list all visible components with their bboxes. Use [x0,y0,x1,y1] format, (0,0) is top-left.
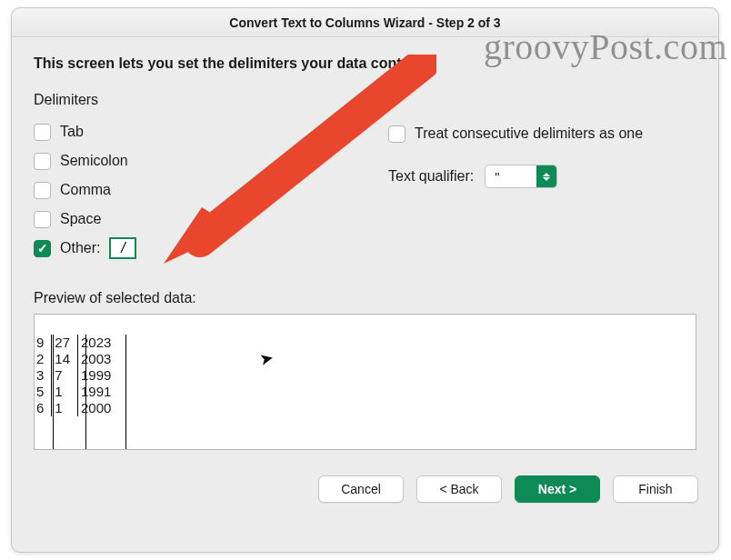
instruction-text: This screen lets you set the delimiters … [34,55,696,72]
table-cell: 5 [35,384,52,400]
label-comma: Comma [60,182,111,198]
next-button[interactable]: Next > [515,475,600,503]
checkbox-semicolon[interactable] [34,153,51,170]
table-cell: 2003 [78,351,119,367]
table-cell: 3 [35,367,52,384]
table-row: 371999 [35,367,118,384]
label-semicolon: Semicolon [60,153,128,169]
table-cell: 2023 [78,335,119,351]
finish-button[interactable]: Finish [613,475,698,503]
label-tab: Tab [60,124,84,140]
cancel-button[interactable]: Cancel [318,475,404,503]
text-qualifier-select[interactable]: " [485,165,556,188]
table-cell: 14 [52,351,78,367]
other-delimiter-input[interactable] [109,237,136,259]
checkbox-comma[interactable] [34,182,51,199]
checkbox-space[interactable] [34,211,51,228]
table-cell: 2000 [78,400,119,416]
stepper-icon [536,165,556,188]
table-row: 612000 [35,400,118,416]
table-cell: 1 [52,384,78,400]
table-row: 511991 [35,384,118,400]
preview-pane[interactable]: 92720232142003371999511991612000 [34,314,696,450]
table-row: 2142003 [35,351,118,367]
checkbox-other[interactable]: ✓ [34,240,51,257]
checkbox-tab[interactable] [34,124,51,141]
table-cell: 1999 [78,367,119,384]
label-space: Space [60,211,101,227]
checkbox-treat-consecutive[interactable] [388,125,406,143]
table-row: 9272023 [35,335,118,351]
table-cell: 1991 [78,384,119,400]
delimiters-heading: Delimiters [34,92,352,108]
preview-heading: Preview of selected data: [34,290,696,306]
table-cell: 27 [52,335,78,351]
table-cell: 2 [35,351,52,367]
table-cell: 7 [52,367,78,384]
label-other: Other: [60,240,100,256]
preview-table: 92720232142003371999511991612000 [35,335,118,416]
back-button[interactable]: < Back [416,475,502,503]
label-treat-consecutive: Treat consecutive delimiters as one [415,125,643,142]
label-text-qualifier: Text qualifier: [388,168,474,185]
table-cell: 9 [35,335,52,351]
text-qualifier-value: " [486,169,536,185]
table-cell: 6 [35,400,52,416]
wizard-dialog: Convert Text to Columns Wizard - Step 2 … [11,7,719,553]
window-title: Convert Text to Columns Wizard - Step 2 … [12,8,718,37]
table-cell: 1 [52,400,78,416]
